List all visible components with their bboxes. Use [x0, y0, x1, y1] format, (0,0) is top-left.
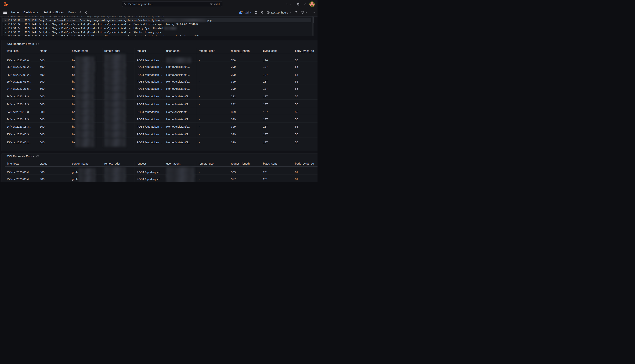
log-line[interactable]: ›[13:59:01] [INF] [44] Jellyfin.Plugin.K…	[2, 30, 311, 34]
redacted-value	[76, 138, 94, 147]
grafana-logo-icon[interactable]	[4, 2, 8, 6]
log-line-text: [13:59:00] [INF] [44] Jellyfin.Plugin.TM…	[8, 35, 201, 36]
panel-title[interactable]: 5XX Requests Errors	[6, 42, 34, 46]
table-row: 24/Nov/2023:19:3...500haPOST /auth/token…	[5, 92, 318, 100]
column-header-remote_addr[interactable]: remote_addr	[102, 160, 134, 166]
table-row: 24/Nov/2023:19:3...500haPOST /auth/token…	[5, 115, 318, 122]
log-expand-chevron-icon[interactable]: ›	[5, 31, 6, 34]
column-header-request[interactable]: request	[134, 160, 164, 166]
cell-request_length: 399	[229, 130, 261, 138]
cell-user_agent: Home Assistant/2...	[164, 92, 197, 101]
star-icon[interactable]	[78, 11, 82, 14]
redacted-value	[76, 123, 94, 130]
column-header-status[interactable]: status	[38, 48, 70, 54]
cell-text-prefix: ha	[72, 133, 75, 136]
redacted-value	[104, 92, 126, 101]
column-header-remote_user[interactable]: remote_user	[197, 160, 229, 166]
log-line-text: [13:59:12] [INF] [70] Emby.Drawing.Image…	[8, 16, 164, 18]
breadcrumb-item-dashboards[interactable]: Dashboards	[24, 11, 39, 14]
cell-time_local: 24/Nov/2023:18:3...	[5, 122, 38, 131]
dashboard-settings-button[interactable]	[260, 11, 264, 14]
user-avatar[interactable]	[309, 1, 315, 7]
external-link-icon[interactable]	[36, 155, 39, 158]
cell-server_name: ha	[70, 138, 102, 147]
cell-remote_user: -	[197, 174, 229, 182]
log-expand-chevron-icon[interactable]: ›	[5, 19, 6, 22]
collapse-toolbar-button[interactable]	[313, 11, 316, 14]
panel-resize-grip[interactable]	[312, 34, 313, 36]
log-expand-chevron-icon[interactable]: ›	[5, 16, 6, 17]
log-line[interactable]: ›[13:59:12] [INF] [70] Emby.Drawing.Imag…	[2, 16, 311, 18]
gear-icon	[260, 11, 264, 14]
refresh-interval-chevron-icon[interactable]	[305, 12, 307, 14]
column-header-user_agent[interactable]: user_agent	[164, 48, 197, 54]
cell-request_length: 377	[229, 174, 261, 182]
share-icon[interactable]	[84, 11, 88, 14]
search-input[interactable]: Search or jump to... ctrl+k	[122, 1, 222, 7]
column-header-request_length[interactable]: request_length	[229, 48, 261, 54]
news-button[interactable]	[303, 2, 306, 6]
log-line[interactable]: ›[13:59:04] [INF] [44] Jellyfin.Plugin.K…	[2, 26, 311, 30]
log-line[interactable]: ›[13:59:00] [INF] [44] Jellyfin.Plugin.T…	[2, 34, 311, 36]
table-row: 25/Nov/2023:06:5...500haPOST /auth/token…	[5, 77, 318, 84]
cell-remote_user: -	[197, 130, 229, 138]
column-header-bytes_sent[interactable]: bytes_sent	[261, 160, 293, 166]
table-row: 24/Nov/2023:19:3...500haPOST /auth/token…	[5, 100, 318, 107]
time-range-picker[interactable]: Last 24 hours	[267, 11, 292, 14]
cell-bytes_sent: 231	[261, 174, 293, 182]
column-header-bytes_sent[interactable]: bytes_sent	[261, 48, 293, 54]
column-header-time_local[interactable]: time_local	[5, 48, 38, 54]
log-line[interactable]: ›[13:59:12] [INF] [70] Emby.Drawing.Imag…	[2, 18, 311, 22]
column-header-request_length[interactable]: request_length	[229, 160, 261, 166]
redacted-value	[104, 100, 126, 108]
redacted-text	[164, 27, 177, 30]
cell-text-prefix: ha	[72, 110, 75, 114]
cell-status: 500	[38, 92, 70, 101]
refresh-button[interactable]	[300, 11, 304, 14]
column-header-status[interactable]: status	[38, 160, 70, 166]
chevron-down-icon	[250, 12, 252, 14]
cell-body_bytes_se: 55	[293, 92, 318, 101]
cell-text-prefix: ha	[72, 141, 75, 144]
log-expand-chevron-icon[interactable]: ›	[5, 27, 6, 30]
breadcrumb-item-home[interactable]: Home	[11, 11, 19, 14]
column-header-body_bytes_se[interactable]: body_bytes_se	[293, 48, 318, 54]
external-link-icon[interactable]	[36, 42, 39, 46]
column-header-body_bytes_se[interactable]: body_bytes_se	[293, 160, 318, 166]
column-header-request[interactable]: request	[134, 48, 164, 54]
zoom-out-button[interactable]	[294, 11, 298, 14]
cell-request: POST /auth/token ...	[134, 130, 164, 138]
column-header-time_local[interactable]: time_local	[5, 160, 38, 166]
cell-text-prefix: grafa	[72, 178, 78, 181]
log-line-text: [13:59:04] [INF] [44] Jellyfin.Plugin.Ko…	[8, 27, 177, 30]
search-placeholder: Search or jump to...	[128, 2, 210, 6]
log-expand-chevron-icon[interactable]: ›	[5, 35, 6, 36]
log-line[interactable]: ›[13:59:04] [INF] [44] Jellyfin.Plugin.K…	[2, 22, 311, 26]
cell-remote_user: -	[197, 92, 229, 101]
cell-server_name: ha	[70, 122, 102, 131]
column-header-server_name[interactable]: server_name	[70, 48, 102, 54]
panel-title[interactable]: 4XX Requests Errors	[6, 154, 34, 158]
column-header-user_agent[interactable]: user_agent	[164, 160, 197, 166]
table-row: 25/Nov/2023:03:0...500haPOST /auth/token…	[5, 54, 318, 62]
add-button[interactable]: Add	[239, 11, 252, 14]
column-header-server_name[interactable]: server_name	[70, 160, 102, 166]
cell-text-prefix: ha	[72, 125, 75, 128]
cell-user_agent	[164, 174, 197, 182]
cell-bytes_sent: 137	[261, 92, 293, 101]
log-expand-chevron-icon[interactable]: ›	[5, 23, 6, 26]
column-header-remote_user[interactable]: remote_user	[197, 48, 229, 54]
log-level-bar	[3, 31, 4, 34]
log-level-bar	[3, 23, 4, 26]
new-menu-button[interactable]	[285, 2, 292, 6]
log-level-bar	[3, 16, 4, 18]
refresh-icon	[300, 11, 304, 14]
breadcrumb-item-self-host-blocks[interactable]: Self Host Blocks	[43, 11, 64, 14]
logs-scrollbar-thumb[interactable]	[312, 17, 314, 23]
save-dashboard-button[interactable]	[254, 11, 258, 14]
column-header-remote_addr[interactable]: remote_addr	[102, 48, 134, 54]
cell-remote_addr	[102, 115, 134, 124]
logs-scrollbar[interactable]	[312, 16, 314, 36]
hamburger-menu-icon[interactable]	[4, 11, 7, 14]
help-button[interactable]	[297, 2, 300, 6]
